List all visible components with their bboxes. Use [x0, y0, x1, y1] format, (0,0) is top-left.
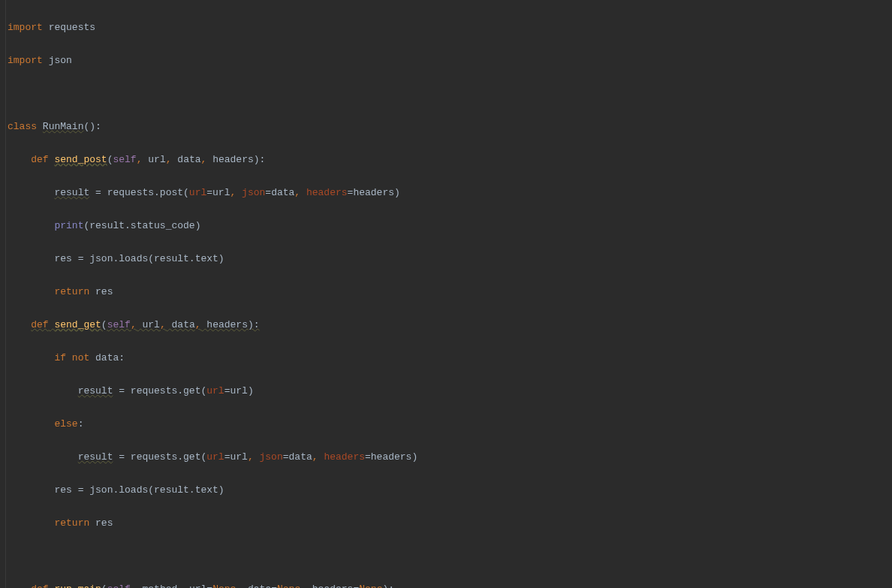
- code-line: def send_get(self, url, data, headers):: [8, 317, 892, 333]
- code-line: print(result.status_code): [8, 218, 892, 234]
- code-line: result = requests.get(url=url): [8, 383, 892, 400]
- code-area[interactable]: import requests import json class RunMai…: [6, 0, 892, 588]
- code-line: if not data:: [8, 350, 892, 366]
- code-line: res = json.loads(result.text): [8, 251, 892, 267]
- code-line: result = requests.get(url=url, json=data…: [8, 449, 892, 466]
- code-line: import json: [8, 53, 892, 69]
- code-line: return res: [8, 284, 892, 300]
- code-line: import requests: [8, 20, 892, 36]
- code-line: def run_main(self, method, url=None, dat…: [8, 581, 892, 588]
- code-line: result = requests.post(url=url, json=dat…: [8, 185, 892, 201]
- gutter: [0, 0, 6, 588]
- code-line: class RunMain():: [8, 119, 892, 135]
- code-line: return res: [8, 515, 892, 532]
- code-line: res = json.loads(result.text): [8, 482, 892, 499]
- code-editor[interactable]: import requests import json class RunMai…: [0, 0, 892, 588]
- code-line: def send_post(self, url, data, headers):: [8, 152, 892, 168]
- code-line: else:: [8, 416, 892, 433]
